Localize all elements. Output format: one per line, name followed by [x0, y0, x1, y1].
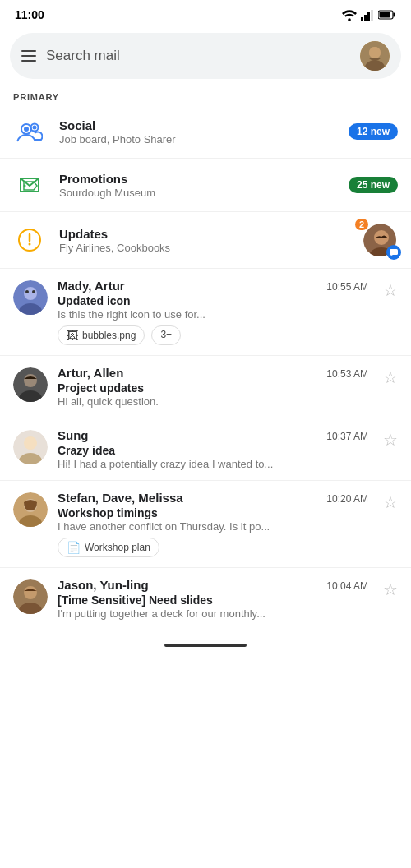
svg-rect-2 [364, 15, 367, 21]
category-promotions[interactable]: Promotions Sourdough Museum 25 new [0, 159, 411, 212]
mail-avatar [13, 367, 48, 402]
mail-sender: Sung [58, 428, 89, 442]
svg-point-19 [29, 243, 31, 246]
chat-icon [386, 245, 401, 260]
star-icon[interactable]: ☆ [383, 579, 398, 599]
svg-rect-4 [371, 10, 373, 21]
svg-point-16 [24, 185, 26, 187]
mail-header: Artur, Allen 10:53 AM [58, 366, 368, 380]
social-name: Social [59, 118, 335, 132]
mail-content: Jason, Yun-ling 10:04 AM [Time Sensitive… [58, 578, 368, 620]
mail-subject: Workshop timings [58, 506, 368, 519]
mail-avatar [13, 430, 48, 464]
promotions-name: Promotions [59, 172, 335, 186]
promotions-icon [13, 169, 46, 201]
updates-count: 2 [355, 219, 368, 230]
mail-preview: I'm putting together a deck for our mont… [58, 607, 368, 620]
mail-subject: [Time Sensitive] Need slides [58, 593, 368, 607]
mail-subject: Updated icon [58, 294, 368, 307]
email-row-email4[interactable]: Stefan, Dave, Melissa 10:20 AM Workshop … [0, 481, 411, 568]
more-attachments: 3+ [151, 326, 181, 345]
mail-subject: Crazy idea [58, 444, 368, 457]
attachment-chip: 🖼 bubbles.png [58, 326, 145, 345]
email-row-email1[interactable]: Mady, Artur 10:55 AM Updated icon Is thi… [0, 269, 411, 356]
signal-icon [361, 10, 374, 21]
star-icon[interactable]: ☆ [383, 280, 398, 300]
status-time: 11:00 [15, 8, 44, 21]
search-input[interactable]: Search mail [46, 48, 350, 64]
social-sub: Job board, Photo Sharer [59, 133, 335, 145]
mail-content: Sung 10:37 AM Crazy idea Hi! I had a pot… [58, 428, 368, 470]
mail-header: Stefan, Dave, Melissa 10:20 AM [58, 491, 368, 505]
home-bar [164, 644, 247, 647]
mail-avatar [13, 492, 48, 527]
svg-marker-24 [390, 255, 393, 256]
mail-avatar [13, 280, 48, 315]
mail-preview: I have another conflict on Thursday. Is … [58, 520, 368, 533]
mail-content: Mady, Artur 10:55 AM Updated icon Is thi… [58, 279, 368, 345]
updates-badge-area: 2 [362, 222, 398, 258]
svg-point-0 [348, 18, 351, 21]
mail-preview: Hi all, quick question. [58, 395, 368, 408]
star-icon[interactable]: ☆ [383, 367, 398, 387]
social-badge: 12 new [349, 123, 398, 140]
attachment-chip: 📄 Workshop plan [58, 538, 159, 557]
promotions-badge: 25 new [349, 177, 398, 193]
mail-preview: Hi! I had a potentially crazy idea I wan… [58, 458, 368, 470]
mail-header: Jason, Yun-ling 10:04 AM [58, 578, 368, 592]
mail-subject: Project updates [58, 381, 368, 395]
attachments: 🖼 bubbles.png 3+ [58, 326, 368, 345]
svg-rect-6 [394, 13, 395, 17]
hamburger-menu[interactable] [21, 50, 36, 62]
attachment-name: bubbles.png [82, 330, 136, 341]
mail-time: 10:53 AM [326, 368, 368, 380]
attachment-name: Workshop plan [85, 542, 150, 553]
email-row-email5[interactable]: Jason, Yun-ling 10:04 AM [Time Sensitive… [0, 568, 411, 630]
svg-point-15 [33, 126, 37, 130]
search-bar[interactable]: Search mail [10, 33, 401, 79]
mail-time: 10:55 AM [326, 281, 368, 293]
wifi-icon [342, 10, 357, 21]
svg-rect-7 [380, 12, 390, 18]
search-bar-wrapper: Search mail [0, 26, 411, 87]
mail-sender: Jason, Yun-ling [58, 578, 149, 592]
home-indicator [0, 630, 411, 653]
svg-point-28 [25, 290, 29, 293]
updates-sub: Fly Airlines, Cookbooks [59, 242, 349, 254]
svg-point-13 [24, 127, 29, 132]
svg-rect-1 [361, 17, 363, 21]
doc-icon: 📄 [67, 541, 81, 554]
svg-rect-3 [367, 12, 370, 21]
mail-avatar [13, 579, 48, 614]
battery-icon [378, 10, 396, 20]
star-icon[interactable]: ☆ [383, 430, 398, 450]
email-row-email2[interactable]: Artur, Allen 10:53 AM Project updates Hi… [0, 356, 411, 418]
mail-header: Sung 10:37 AM [58, 428, 368, 442]
attachments: 📄 Workshop plan [58, 538, 368, 557]
svg-point-11 [369, 47, 381, 58]
star-icon[interactable]: ☆ [383, 492, 398, 512]
category-updates[interactable]: Updates Fly Airlines, Cookbooks 2 [0, 212, 411, 269]
mail-content: Stefan, Dave, Melissa 10:20 AM Workshop … [58, 491, 368, 557]
status-icons [342, 10, 396, 21]
mail-sender: Artur, Allen [58, 366, 123, 380]
svg-point-34 [24, 436, 37, 450]
mail-time: 10:04 AM [326, 580, 368, 592]
svg-point-29 [32, 290, 35, 293]
updates-icon [13, 224, 46, 256]
mail-time: 10:20 AM [326, 493, 368, 505]
mail-sender: Mady, Artur [58, 279, 125, 293]
svg-point-40 [24, 586, 37, 599]
updates-name: Updates [59, 227, 349, 241]
mail-preview: Is this the right icon to use for... [58, 308, 368, 321]
mail-sender: Stefan, Dave, Melissa [58, 491, 183, 505]
mail-header: Mady, Artur 10:55 AM [58, 279, 368, 293]
email-list: Mady, Artur 10:55 AM Updated icon Is thi… [0, 269, 411, 630]
email-row-email3[interactable]: Sung 10:37 AM Crazy idea Hi! I had a pot… [0, 418, 411, 481]
mail-content: Artur, Allen 10:53 AM Project updates Hi… [58, 366, 368, 408]
mail-time: 10:37 AM [326, 431, 368, 442]
promotions-sub: Sourdough Museum [59, 187, 335, 199]
user-avatar[interactable] [360, 41, 390, 71]
image-icon: 🖼 [67, 329, 78, 342]
category-social[interactable]: Social Job board, Photo Sharer 12 new [0, 105, 411, 159]
